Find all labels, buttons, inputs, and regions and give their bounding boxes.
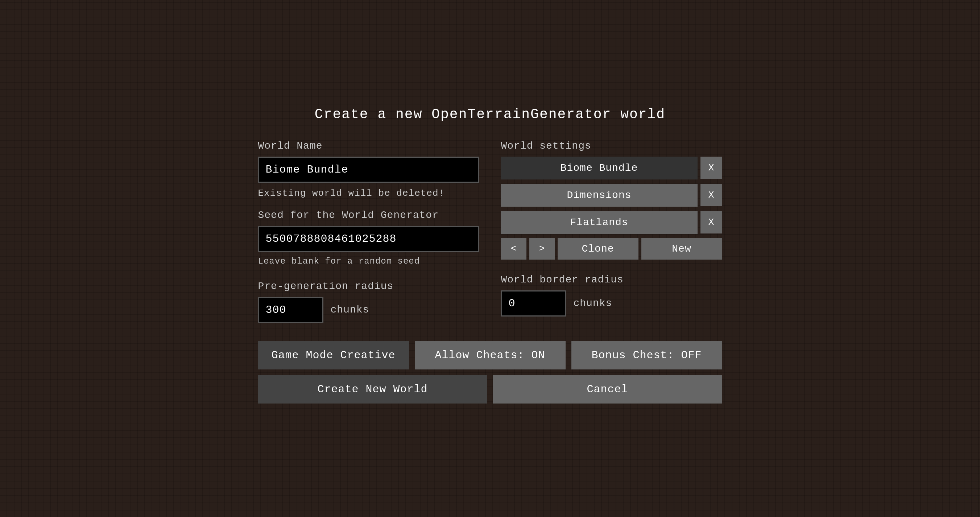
world-item-btn-2[interactable]: Flatlands (501, 211, 698, 234)
world-border-unit: chunks (574, 297, 612, 309)
world-item-row-1: Dimensions X (501, 184, 722, 207)
seed-label: Seed for the World Generator (258, 210, 479, 221)
world-item-x-0[interactable]: X (700, 157, 722, 179)
world-item-btn-1[interactable]: Dimensions (501, 184, 698, 207)
prev-btn[interactable]: < (501, 238, 527, 259)
world-item-btn-0[interactable]: Biome Bundle (501, 157, 698, 180)
pregeneration-section: Pre-generation radius chunks (258, 281, 479, 323)
left-panel: World Name Existing world will be delete… (258, 140, 479, 323)
pregeneration-unit: chunks (331, 304, 369, 315)
right-panel: World settings Biome Bundle X Dimensions… (501, 140, 722, 323)
world-border-input[interactable] (501, 290, 566, 317)
nav-row: < > Clone New (501, 238, 722, 259)
world-border-input-row: chunks (501, 290, 722, 317)
world-settings-label: World settings (501, 140, 722, 151)
dialog-title: Create a new OpenTerrainGenerator world (258, 107, 722, 122)
bottom-section: Game Mode Creative Allow Cheats: ON Bonu… (258, 341, 722, 404)
main-content: World Name Existing world will be delete… (258, 140, 722, 323)
bottom-row-2: Create New World Cancel (258, 375, 722, 404)
world-item-x-2[interactable]: X (700, 211, 722, 234)
new-btn[interactable]: New (641, 238, 722, 259)
create-world-btn[interactable]: Create New World (258, 375, 487, 404)
world-border-label: World border radius (501, 274, 722, 285)
world-item-row-2: Flatlands X (501, 211, 722, 234)
pregeneration-input[interactable] (258, 297, 323, 323)
seed-hint: Leave blank for a random seed (258, 256, 479, 266)
pregeneration-label: Pre-generation radius (258, 281, 479, 292)
bonus-chest-btn[interactable]: Bonus Chest: OFF (571, 341, 722, 369)
world-name-label: World Name (258, 140, 479, 151)
seed-input[interactable] (258, 226, 479, 252)
world-item-x-1[interactable]: X (700, 184, 722, 206)
clone-btn[interactable]: Clone (558, 238, 638, 259)
pregeneration-input-row: chunks (258, 297, 479, 323)
bottom-row-1: Game Mode Creative Allow Cheats: ON Bonu… (258, 341, 722, 369)
world-name-input[interactable] (258, 157, 479, 183)
cancel-btn[interactable]: Cancel (493, 375, 722, 404)
game-mode-btn[interactable]: Game Mode Creative (258, 341, 409, 369)
allow-cheats-btn[interactable]: Allow Cheats: ON (415, 341, 566, 369)
world-border-section: World border radius chunks (501, 274, 722, 317)
main-dialog: Create a new OpenTerrainGenerator world … (236, 92, 744, 425)
next-btn[interactable]: > (529, 238, 555, 259)
world-item-row-0: Biome Bundle X (501, 157, 722, 180)
warning-text: Existing world will be deleted! (258, 188, 479, 199)
